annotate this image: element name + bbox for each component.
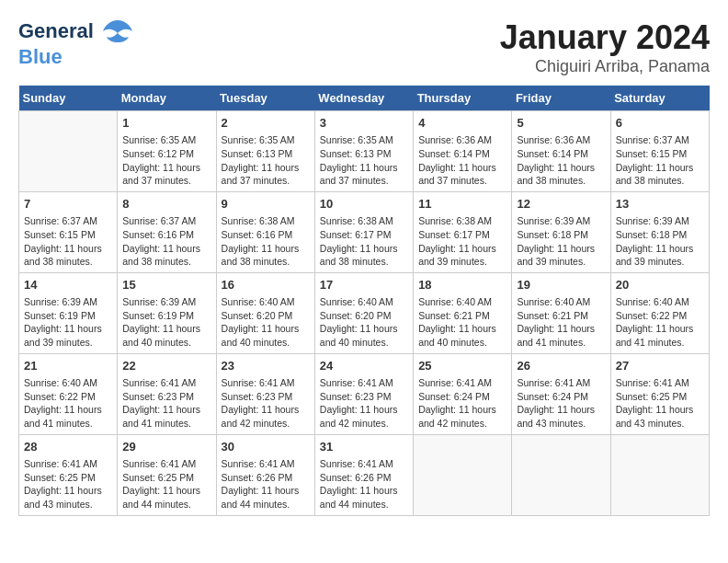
calendar-day: 19Sunrise: 6:40 AM Sunset: 6:21 PM Dayli… [512,272,610,353]
calendar-day: 9Sunrise: 6:38 AM Sunset: 6:16 PM Daylig… [216,191,314,272]
calendar-day: 4Sunrise: 6:36 AM Sunset: 6:14 PM Daylig… [414,111,512,192]
calendar-day: 14Sunrise: 6:39 AM Sunset: 6:19 PM Dayli… [19,272,118,353]
day-number: 27 [616,358,704,374]
day-number: 25 [418,358,506,374]
day-info: Sunrise: 6:40 AM Sunset: 6:22 PM Dayligh… [616,295,704,350]
day-header: Saturday [610,86,709,111]
day-number: 30 [222,439,310,455]
day-info: Sunrise: 6:37 AM Sunset: 6:15 PM Dayligh… [616,133,704,188]
calendar-day: 31Sunrise: 6:41 AM Sunset: 6:26 PM Dayli… [314,434,413,515]
calendar-day: 12Sunrise: 6:39 AM Sunset: 6:18 PM Dayli… [512,191,610,272]
day-info: Sunrise: 6:39 AM Sunset: 6:18 PM Dayligh… [517,214,605,269]
calendar-day [19,111,118,192]
day-number: 3 [320,115,408,132]
day-number: 14 [24,277,112,293]
day-info: Sunrise: 6:35 AM Sunset: 6:13 PM Dayligh… [320,133,408,188]
day-info: Sunrise: 6:41 AM Sunset: 6:26 PM Dayligh… [222,457,310,511]
day-number: 6 [616,115,704,132]
day-number: 8 [122,196,210,213]
calendar-day: 16Sunrise: 6:40 AM Sunset: 6:20 PM Dayli… [216,272,314,353]
calendar-day: 22Sunrise: 6:41 AM Sunset: 6:23 PM Dayli… [118,353,216,434]
calendar-day: 23Sunrise: 6:41 AM Sunset: 6:23 PM Dayli… [216,353,314,434]
calendar-subtitle: Chiguiri Arriba, Panama [500,57,710,76]
day-number: 28 [24,439,112,455]
day-number: 18 [418,277,506,293]
day-header: Sunday [19,86,118,111]
calendar-day [512,434,610,515]
calendar-day: 7Sunrise: 6:37 AM Sunset: 6:15 PM Daylig… [19,191,118,272]
calendar-day: 21Sunrise: 6:40 AM Sunset: 6:22 PM Dayli… [19,353,118,434]
calendar-day: 25Sunrise: 6:41 AM Sunset: 6:24 PM Dayli… [414,353,512,434]
day-info: Sunrise: 6:38 AM Sunset: 6:17 PM Dayligh… [320,214,408,269]
day-number: 31 [320,439,408,455]
day-header: Thursday [414,86,512,111]
day-number: 4 [418,115,506,132]
calendar-header: SundayMondayTuesdayWednesdayThursdayFrid… [19,86,710,111]
day-number: 17 [320,277,408,293]
calendar-day [610,434,709,515]
calendar-day: 1Sunrise: 6:35 AM Sunset: 6:12 PM Daylig… [118,111,216,192]
day-info: Sunrise: 6:41 AM Sunset: 6:24 PM Dayligh… [517,376,605,431]
calendar-day: 27Sunrise: 6:41 AM Sunset: 6:25 PM Dayli… [610,353,709,434]
day-number: 22 [122,358,210,374]
day-number: 15 [122,277,210,293]
calendar-week: 1Sunrise: 6:35 AM Sunset: 6:12 PM Daylig… [19,111,710,192]
calendar-week: 21Sunrise: 6:40 AM Sunset: 6:22 PM Dayli… [19,353,710,434]
day-number: 16 [222,277,310,293]
day-info: Sunrise: 6:35 AM Sunset: 6:13 PM Dayligh… [222,133,310,188]
day-number: 2 [222,115,310,132]
day-number: 5 [517,115,605,132]
day-info: Sunrise: 6:41 AM Sunset: 6:24 PM Dayligh… [418,376,506,431]
page-header: General Blue January 2024 Chiguiri Arrib… [18,18,710,76]
day-info: Sunrise: 6:41 AM Sunset: 6:26 PM Dayligh… [320,457,408,511]
calendar-table: SundayMondayTuesdayWednesdayThursdayFrid… [18,86,710,516]
day-info: Sunrise: 6:41 AM Sunset: 6:23 PM Dayligh… [122,376,210,431]
logo-line2: Blue [18,46,134,68]
day-info: Sunrise: 6:40 AM Sunset: 6:20 PM Dayligh… [222,295,310,350]
calendar-day: 24Sunrise: 6:41 AM Sunset: 6:23 PM Dayli… [314,353,413,434]
calendar-day: 17Sunrise: 6:40 AM Sunset: 6:20 PM Dayli… [314,272,413,353]
calendar-day: 13Sunrise: 6:39 AM Sunset: 6:18 PM Dayli… [610,191,709,272]
calendar-day: 28Sunrise: 6:41 AM Sunset: 6:25 PM Dayli… [19,434,118,515]
logo-bird-icon [101,18,134,46]
calendar-day: 20Sunrise: 6:40 AM Sunset: 6:22 PM Dayli… [610,272,709,353]
day-number: 21 [24,358,112,374]
day-header: Monday [118,86,216,111]
day-info: Sunrise: 6:35 AM Sunset: 6:12 PM Dayligh… [122,133,210,188]
day-info: Sunrise: 6:40 AM Sunset: 6:20 PM Dayligh… [320,295,408,350]
day-info: Sunrise: 6:41 AM Sunset: 6:25 PM Dayligh… [616,376,704,431]
day-info: Sunrise: 6:39 AM Sunset: 6:18 PM Dayligh… [616,214,704,269]
day-number: 1 [122,115,210,132]
day-info: Sunrise: 6:36 AM Sunset: 6:14 PM Dayligh… [418,133,506,188]
calendar-day [414,434,512,515]
day-info: Sunrise: 6:36 AM Sunset: 6:14 PM Dayligh… [517,133,605,188]
day-info: Sunrise: 6:37 AM Sunset: 6:15 PM Dayligh… [24,214,112,269]
day-info: Sunrise: 6:39 AM Sunset: 6:19 PM Dayligh… [122,295,210,350]
calendar-day: 2Sunrise: 6:35 AM Sunset: 6:13 PM Daylig… [216,111,314,192]
day-info: Sunrise: 6:40 AM Sunset: 6:22 PM Dayligh… [24,376,112,431]
calendar-day: 5Sunrise: 6:36 AM Sunset: 6:14 PM Daylig… [512,111,610,192]
day-info: Sunrise: 6:41 AM Sunset: 6:23 PM Dayligh… [222,376,310,431]
day-number: 29 [122,439,210,455]
day-info: Sunrise: 6:41 AM Sunset: 6:25 PM Dayligh… [24,457,112,511]
calendar-day: 18Sunrise: 6:40 AM Sunset: 6:21 PM Dayli… [414,272,512,353]
calendar-day: 29Sunrise: 6:41 AM Sunset: 6:25 PM Dayli… [118,434,216,515]
logo: General Blue [18,18,134,68]
calendar-week: 7Sunrise: 6:37 AM Sunset: 6:15 PM Daylig… [19,191,710,272]
calendar-day: 11Sunrise: 6:38 AM Sunset: 6:17 PM Dayli… [414,191,512,272]
calendar-day: 6Sunrise: 6:37 AM Sunset: 6:15 PM Daylig… [610,111,709,192]
day-number: 13 [616,196,704,213]
day-info: Sunrise: 6:40 AM Sunset: 6:21 PM Dayligh… [517,295,605,350]
logo-line1: General [18,19,94,42]
day-number: 9 [222,196,310,213]
day-info: Sunrise: 6:39 AM Sunset: 6:19 PM Dayligh… [24,295,112,350]
day-number: 19 [517,277,605,293]
day-number: 7 [24,196,112,213]
day-number: 10 [320,196,408,213]
calendar-day: 10Sunrise: 6:38 AM Sunset: 6:17 PM Dayli… [314,191,413,272]
day-info: Sunrise: 6:40 AM Sunset: 6:21 PM Dayligh… [418,295,506,350]
day-info: Sunrise: 6:38 AM Sunset: 6:17 PM Dayligh… [418,214,506,269]
day-number: 23 [222,358,310,374]
calendar-day: 3Sunrise: 6:35 AM Sunset: 6:13 PM Daylig… [314,111,413,192]
calendar-week: 14Sunrise: 6:39 AM Sunset: 6:19 PM Dayli… [19,272,710,353]
